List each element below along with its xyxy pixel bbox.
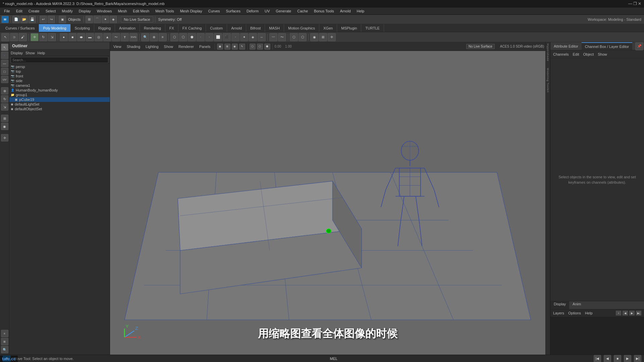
merge-button[interactable]: ⬟	[188, 33, 196, 41]
show-manip-button[interactable]: ✛	[1, 134, 8, 141]
select-tool-button[interactable]: ↖	[1, 33, 9, 41]
tab-msplugin[interactable]: MSPlugin	[337, 24, 361, 32]
timeline-stop-button[interactable]: ■	[614, 355, 621, 362]
shading-menu[interactable]: Shading	[125, 44, 142, 49]
menu-item-mesh[interactable]: Mesh	[115, 8, 129, 14]
menu-item-bonus-tools[interactable]: Bonus Tools	[311, 8, 337, 14]
lasso-tool-button[interactable]: ⊃	[10, 33, 18, 41]
connect-button[interactable]: ⬝	[205, 33, 213, 41]
menu-item-file[interactable]: File	[1, 8, 13, 14]
soft-select-button[interactable]: ◉	[310, 33, 318, 41]
rp-sub-edit[interactable]: Edit	[573, 52, 579, 56]
timeline-next-button[interactable]: ▶	[624, 355, 631, 362]
bridge-button[interactable]: ⬠	[179, 33, 187, 41]
offset-loop-button[interactable]: ⬛	[223, 33, 231, 41]
soft-select-left-button[interactable]: ◉	[1, 123, 8, 130]
tab-animation[interactable]: Animation	[115, 24, 140, 32]
menu-item-uv[interactable]: UV	[262, 8, 272, 14]
new-scene-button[interactable]: 📄	[12, 16, 20, 23]
outliner-menu-show[interactable]: Show	[25, 51, 35, 55]
extrude-button[interactable]: ⬡	[170, 33, 178, 41]
cone-button[interactable]: ▲	[103, 33, 111, 41]
chamfer-button[interactable]: ⬝	[231, 33, 239, 41]
tab-arnold[interactable]: Arnold	[227, 24, 246, 32]
tab-custom[interactable]: Custom	[206, 24, 227, 32]
menu-item-help[interactable]: Help	[354, 8, 367, 14]
anim-tab[interactable]: Anim	[569, 301, 584, 309]
select-mode-button[interactable]: ↖	[1, 44, 8, 51]
vp-res2[interactable]: ⬠	[257, 44, 263, 50]
svg-button[interactable]: SVG	[129, 33, 138, 41]
tab-mash[interactable]: MASH	[265, 24, 284, 32]
tab-poly-modeling[interactable]: Poly Modeling	[39, 24, 70, 32]
search-scene-button[interactable]: 🔍	[1, 346, 8, 353]
rp-sub-show[interactable]: Show	[598, 52, 607, 56]
text-tool-button[interactable]: T	[121, 33, 129, 41]
redo-button[interactable]: ↪	[48, 16, 55, 23]
tree-item-camera1[interactable]: 📷camera1	[9, 83, 110, 88]
tab-fx-caching[interactable]: FX Caching	[178, 24, 206, 32]
move-tool-button[interactable]: ✛	[31, 33, 39, 41]
tab-rigging[interactable]: Rigging	[94, 24, 115, 32]
torus-button[interactable]: ◎	[95, 33, 103, 41]
objects-button[interactable]: ▣	[59, 16, 66, 23]
sphere-button[interactable]: ●	[60, 33, 68, 41]
paint-select-button[interactable]: 🖌	[19, 33, 27, 41]
rotate-mode-button[interactable]: ↻	[1, 95, 8, 103]
menu-item-generate[interactable]: Generate	[273, 8, 294, 14]
uncrease-button[interactable]: 〜	[278, 33, 286, 41]
menu-item-mesh-tools[interactable]: Mesh Tools	[153, 8, 176, 14]
menu-item-mesh-display[interactable]: Mesh Display	[177, 8, 205, 14]
close-button[interactable]: ✕	[638, 1, 641, 6]
split-button[interactable]: ⬞	[197, 33, 205, 41]
display-layer-button[interactable]: ≡	[1, 330, 8, 337]
layers-label[interactable]: Layers	[553, 311, 564, 315]
save-scene-button[interactable]: 💾	[29, 16, 36, 23]
smooth-button[interactable]: ⬠	[299, 33, 307, 41]
render-layer-button[interactable]: ⊞	[1, 338, 8, 345]
menu-item-surfaces[interactable]: Surfaces	[223, 8, 243, 14]
undo-button[interactable]: ↩	[40, 16, 47, 23]
tab-bifrost[interactable]: Bifrost	[246, 24, 265, 32]
search-input[interactable]	[11, 57, 108, 63]
tab-xgen[interactable]: XGen	[319, 24, 337, 32]
channel-box-tab[interactable]: Channel Box / Layer Editor	[582, 42, 632, 50]
outliner-menu-display[interactable]: Display	[11, 51, 23, 55]
panels-menu[interactable]: Panels	[197, 44, 213, 49]
plane-button[interactable]: ▬	[86, 33, 94, 41]
snap-surface-button[interactable]: ◈	[110, 16, 117, 23]
symmetry2-button[interactable]: ⊞	[319, 33, 327, 41]
rotate-tool-button[interactable]: ↻	[39, 33, 47, 41]
tab-motion-graphics[interactable]: Motion Graphics	[284, 24, 319, 32]
layer-end-button[interactable]: ▶|	[636, 311, 641, 315]
menu-item-cache[interactable]: Cache	[294, 8, 311, 14]
viewport[interactable]: View Shading Lighting Show Renderer Pane…	[110, 42, 545, 355]
timeline-start-button[interactable]: |◀	[594, 355, 601, 362]
curve-tool-button[interactable]: 〜	[112, 33, 120, 41]
display-tab[interactable]: Display	[550, 301, 569, 309]
show-menu[interactable]: Show	[162, 44, 175, 49]
edge-mode-button[interactable]: —	[1, 60, 8, 67]
scale-mode-button[interactable]: ⇲	[1, 103, 8, 111]
outliner-menu-help[interactable]: Help	[38, 51, 45, 55]
layer-add-button[interactable]: +	[616, 311, 621, 315]
vp-icon1[interactable]: ▣	[217, 44, 223, 50]
tree-item-front[interactable]: 📷front	[9, 74, 110, 78]
layer-next-button[interactable]: ▶	[629, 311, 635, 315]
tree-item-top[interactable]: 📷top	[9, 69, 110, 74]
wireframe-button[interactable]: ⬡	[290, 33, 298, 41]
tree-item-pcube19[interactable]: ▣pCube19	[9, 97, 110, 102]
vp-icon3[interactable]: ◉	[232, 44, 238, 50]
insert-loop-button[interactable]: ⬜	[214, 33, 222, 41]
tab-turtle[interactable]: TURTLE	[361, 24, 384, 32]
menu-item-windows[interactable]: Windows	[94, 8, 115, 14]
renderer-menu[interactable]: Renderer	[176, 44, 196, 49]
rp-pin-button[interactable]: 📌	[635, 42, 643, 50]
snap-grid-button[interactable]: ⊞	[86, 16, 93, 23]
menu-item-curves[interactable]: Curves	[206, 8, 223, 14]
menu-item-arnold[interactable]: Arnold	[337, 8, 354, 14]
tree-item-defaultlightset[interactable]: ◉defaultLightSet	[9, 102, 110, 107]
vp-icon4[interactable]: ✎	[239, 44, 245, 50]
face-mode-button[interactable]: □	[1, 68, 8, 75]
snap-curve-button[interactable]: ⌒	[94, 16, 101, 23]
